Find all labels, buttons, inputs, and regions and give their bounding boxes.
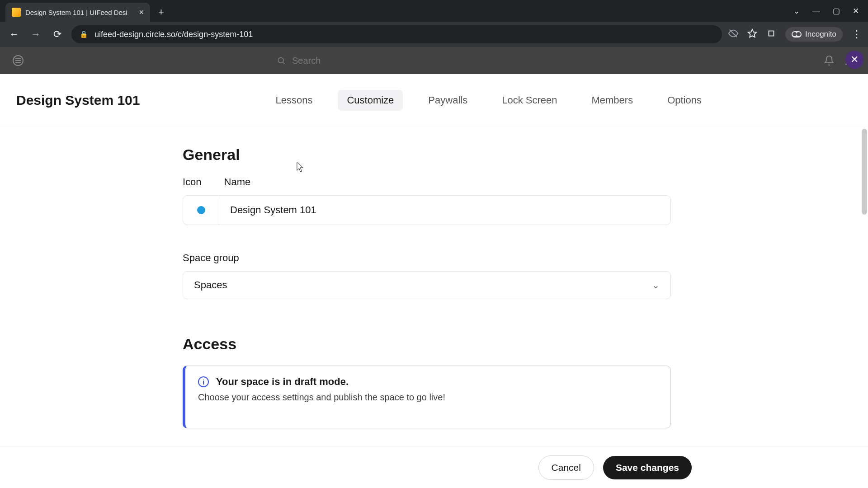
info-icon: i <box>198 376 209 387</box>
back-button[interactable]: ← <box>6 27 22 42</box>
toolbar-right: Incognito ⋮ <box>728 27 862 42</box>
extensions-icon[interactable] <box>766 28 776 41</box>
close-panel-button[interactable]: ✕ <box>845 51 863 69</box>
section-access-heading: Access <box>183 335 671 353</box>
icon-label: Icon <box>183 176 202 188</box>
panel-header: Design System 101 Lessons Customize Payw… <box>0 76 868 125</box>
reload-button[interactable]: ⟳ <box>50 27 65 42</box>
browser-toolbar: ← → ⟳ 🔒 uifeed-design.circle.so/c/design… <box>0 22 868 47</box>
tab-lessons[interactable]: Lessons <box>266 90 321 111</box>
star-icon[interactable] <box>747 28 757 41</box>
close-window-icon[interactable]: ✕ <box>853 6 859 16</box>
panel-tabs: Lessons Customize Paywalls Lock Screen M… <box>266 90 711 111</box>
tab-customize[interactable]: Customize <box>338 90 403 111</box>
close-icon[interactable]: × <box>139 8 144 17</box>
svg-marker-1 <box>748 29 756 37</box>
new-tab-button[interactable]: + <box>150 6 172 22</box>
incognito-label: Incognito <box>805 30 836 39</box>
global-search[interactable]: Search <box>277 52 593 69</box>
space-group-label: Space group <box>183 252 671 264</box>
scrollbar[interactable]: ▾ <box>861 127 868 486</box>
tab-title: Design System 101 | UIFeed Desi <box>25 9 134 16</box>
tab-options[interactable]: Options <box>658 90 711 111</box>
svg-rect-2 <box>769 31 774 36</box>
panel-footer: Cancel Save changes <box>0 446 868 488</box>
banner-subtitle: Choose your access settings and publish … <box>198 392 658 403</box>
chevron-down-icon: ⌄ <box>652 280 660 291</box>
minimize-icon[interactable]: — <box>812 6 820 15</box>
search-placeholder: Search <box>292 56 321 66</box>
incognito-icon <box>792 31 802 38</box>
incognito-chip[interactable]: Incognito <box>785 27 843 42</box>
forward-button[interactable]: → <box>28 27 43 42</box>
favicon-icon <box>12 8 21 17</box>
lock-icon: 🔒 <box>80 30 88 38</box>
app-header-dimmed: Search ✕ <box>0 47 868 74</box>
bell-icon[interactable] <box>824 55 835 66</box>
eye-off-icon[interactable] <box>728 28 738 41</box>
kebab-menu-icon[interactable]: ⋮ <box>852 28 862 40</box>
search-icon <box>277 56 286 65</box>
tab-members[interactable]: Members <box>582 90 642 111</box>
space-name-input[interactable] <box>219 196 670 225</box>
scroll-area: General Icon Name Space group Spaces ⌄ A… <box>0 125 868 488</box>
maximize-icon[interactable]: ▢ <box>833 6 840 16</box>
tabs-dropdown-icon[interactable]: ⌄ <box>793 6 800 16</box>
space-group-value: Spaces <box>194 279 227 291</box>
cancel-button[interactable]: Cancel <box>538 455 594 480</box>
save-button[interactable]: Save changes <box>603 456 692 479</box>
url-text: uifeed-design.circle.so/c/design-system-… <box>94 30 253 39</box>
community-menu-icon[interactable] <box>13 55 24 66</box>
tab-lock-screen[interactable]: Lock Screen <box>493 90 566 111</box>
scrollbar-thumb[interactable] <box>862 129 867 215</box>
name-label: Name <box>224 176 251 188</box>
banner-title: Your space is in draft mode. <box>216 376 349 388</box>
icon-name-labels: Icon Name <box>183 176 671 188</box>
svg-line-4 <box>283 62 285 64</box>
name-field-row <box>183 195 671 225</box>
form-content: General Icon Name Space group Spaces ⌄ A… <box>183 146 671 428</box>
window-controls: ⌄ — ▢ ✕ <box>793 0 868 22</box>
settings-panel: Design System 101 Lessons Customize Payw… <box>0 76 868 488</box>
icon-picker[interactable] <box>183 196 219 225</box>
svg-point-3 <box>278 57 283 63</box>
tab-paywalls[interactable]: Paywalls <box>419 90 476 111</box>
browser-chrome: Design System 101 | UIFeed Desi × + ⌄ — … <box>0 0 868 47</box>
space-group-select[interactable]: Spaces ⌄ <box>183 271 671 299</box>
browser-tab[interactable]: Design System 101 | UIFeed Desi × <box>5 3 150 22</box>
section-general-heading: General <box>183 146 671 164</box>
tab-strip: Design System 101 | UIFeed Desi × + ⌄ — … <box>0 0 868 22</box>
panel-title: Design System 101 <box>16 93 140 108</box>
address-bar[interactable]: 🔒 uifeed-design.circle.so/c/design-syste… <box>71 25 722 43</box>
space-icon <box>197 206 205 214</box>
draft-mode-banner: i Your space is in draft mode. Choose yo… <box>183 366 671 428</box>
